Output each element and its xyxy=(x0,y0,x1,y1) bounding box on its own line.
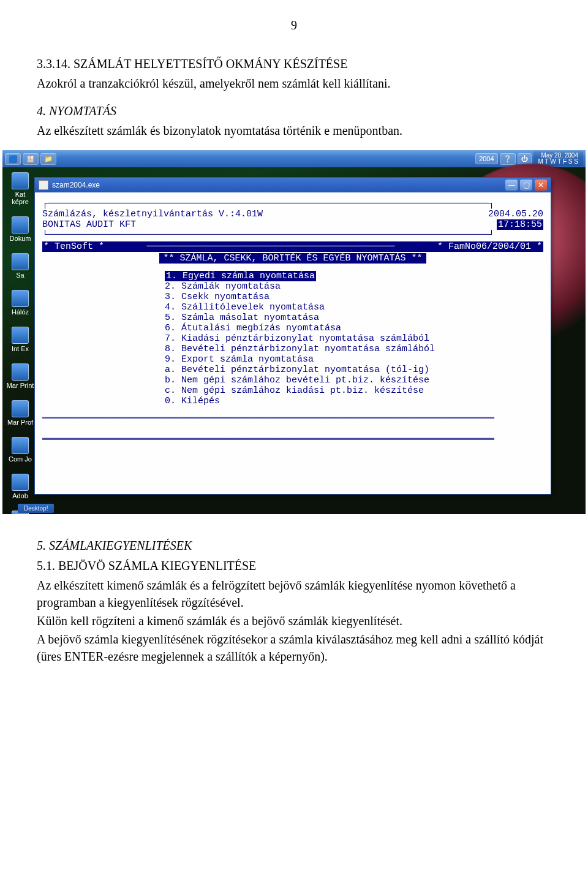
hide-taskbar-label[interactable]: Desktop! xyxy=(18,504,54,513)
menu-item[interactable]: 2. Számlák nyomtatása xyxy=(165,281,543,292)
divider: ════════════════════════════════════════… xyxy=(42,435,543,445)
menu-item[interactable]: b. Nem gépi számlához bevételi pt.biz. k… xyxy=(165,375,543,385)
section-3-3-14-para: Azokról a tranzakciókról készül, amelyek… xyxy=(37,75,551,92)
app-date: 2004.05.20 xyxy=(488,209,543,219)
embedded-screenshot: 🟦 🪟 📁 2004 ❔ ⏻ May 20, 2004 M T W T F S … xyxy=(2,150,586,514)
menu-item[interactable]: c. Nem gépi számlához kiadási pt.biz. ké… xyxy=(165,385,543,396)
taskbar-item[interactable]: 📁 xyxy=(40,153,56,165)
taskbar-item[interactable]: 🟦 xyxy=(5,153,21,165)
app-time: 17:18:55 xyxy=(497,219,543,230)
menu-item[interactable]: 8. Bevételi pénztárbizonylat nyomtatása … xyxy=(165,344,543,354)
app-title-line: Számlázás, készletnyilvántartás V.:4.01W xyxy=(42,209,263,219)
menu-item[interactable]: 3. Csekk nyomtatása xyxy=(165,292,543,302)
desktop-icon[interactable]: Mar Prof xyxy=(6,400,34,426)
divider: ════════════════════════════════════════… xyxy=(42,414,543,424)
menu-item[interactable]: 1. Egyedi számla nyomtatása xyxy=(165,271,316,281)
section-5-1-heading: 5.1. BEJÖVÖ SZÁMLA KIEGYENLITÉSE xyxy=(37,559,551,573)
window-title: szam2004.exe xyxy=(52,181,100,189)
taskbar-item[interactable]: 🪟 xyxy=(23,153,39,165)
section-3-3-14-heading: 3.3.14. SZÁMLÁT HELYETTESÍTŐ OKMÁNY KÉSZ… xyxy=(37,57,551,71)
menu-item[interactable]: 4. Szállítólevelek nyomtatása xyxy=(165,302,543,313)
desktop-icon[interactable]: Hálóz xyxy=(6,290,34,316)
page-number: 9 xyxy=(37,18,551,32)
company-name: BONITAS AUDIT KFT xyxy=(42,219,136,230)
desktop-icon[interactable]: Adob xyxy=(6,474,34,499)
console-window: szam2004.exe — ▢ ✕ ┌────────────────────… xyxy=(34,177,551,495)
menu-item[interactable]: 7. Kiadási pénztárbizonylat nyomtatása s… xyxy=(165,333,543,344)
desktop-icon[interactable]: Com Jo xyxy=(6,437,34,463)
console-body: ┌───────────────────────────────────────… xyxy=(35,192,551,494)
desktop-icon-column: Kat képre Dokum Sa Hálóz Int Ex Mar Prin… xyxy=(6,172,34,514)
section-4-para: Az elkészített számlák és bizonylatok ny… xyxy=(37,122,551,139)
window-icon xyxy=(39,180,48,190)
menu-list: 1. Egyedi számla nyomtatása 2. Számlák n… xyxy=(165,271,543,406)
desktop-icon[interactable]: Int Ex xyxy=(6,327,34,352)
section-4-heading: 4. NYOMTATÁS xyxy=(37,104,551,118)
menu-item[interactable]: 0. Kilépés xyxy=(165,396,543,406)
taskbar-power-icon[interactable]: ⏻ xyxy=(518,153,532,164)
section-5-heading: 5. SZÁMLAKIEGYENLITÉSEK xyxy=(37,539,551,553)
menu-item[interactable]: 6. Átutalási megbízás nyomtatása xyxy=(165,323,543,333)
taskbar-help-icon[interactable]: ❔ xyxy=(500,153,516,165)
window-title-bar[interactable]: szam2004.exe — ▢ ✕ xyxy=(35,178,551,192)
section-5-1-para3: A bejövő számla kiegyenlítésének rögzíté… xyxy=(37,631,551,665)
maximize-button[interactable]: ▢ xyxy=(520,180,532,191)
divider: ┌───────────────────────────────────────… xyxy=(42,199,543,209)
tensoft-banner: * TenSoft * ────────────────────────────… xyxy=(42,241,543,252)
taskbar-year-pill[interactable]: 2004 xyxy=(475,153,497,164)
divider: └───────────────────────────────────────… xyxy=(42,230,543,240)
close-button[interactable]: ✕ xyxy=(535,180,547,191)
menu-item[interactable]: 5. Számla másolat nyomtatása xyxy=(165,313,543,323)
desktop-icon[interactable]: Sa xyxy=(6,253,34,279)
taskbar: 🟦 🪟 📁 2004 ❔ ⏻ May 20, 2004 M T W T F S … xyxy=(2,150,586,167)
section-5-1-para2: Külön kell rögzíteni a kimenő számlák és… xyxy=(37,612,551,629)
desktop-icon[interactable]: Kat képre xyxy=(6,172,34,205)
section-5-1-para1: Az elkészített kimenő számlák és a felrö… xyxy=(37,577,551,611)
desktop-icon[interactable]: Mar Print xyxy=(6,363,34,389)
menu-title: ** SZÁMLA, CSEKK, BORITÉK ÉS EGYÉB NYOMT… xyxy=(159,253,426,264)
menu-item[interactable]: 9. Export számla nyomtatása xyxy=(165,354,543,365)
desktop-icon[interactable]: Dokum xyxy=(6,216,34,242)
minimize-button[interactable]: — xyxy=(505,180,518,191)
menu-item[interactable]: a. Bevételi pénztárbizonylat nyomtatása … xyxy=(165,365,543,375)
